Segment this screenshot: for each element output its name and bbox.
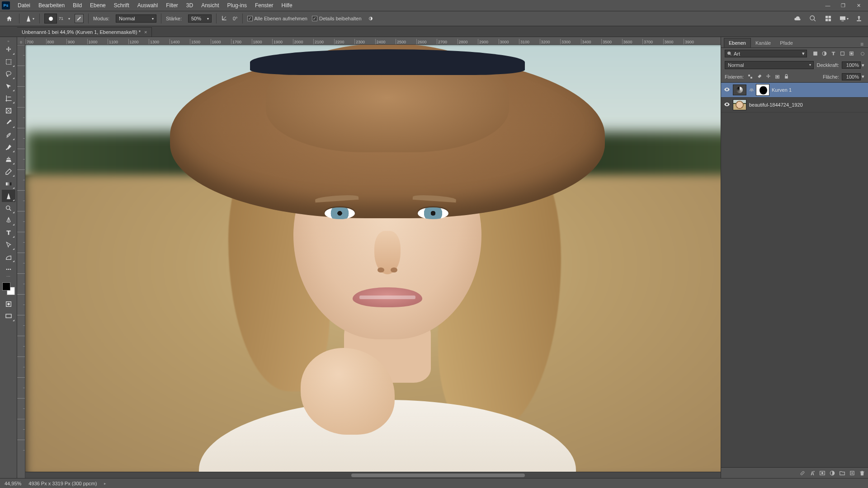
more-tools-icon[interactable] [2, 263, 15, 275]
lock-nested-icon[interactable] [774, 73, 781, 80]
menu-ansicht[interactable]: Ansicht [197, 1, 223, 9]
active-tool-icon[interactable]: ▾ [24, 13, 35, 24]
blend-mode-dropdown[interactable]: Normal▾ [725, 61, 814, 69]
horizontal-ruler[interactable]: 7008009001000110012001300140015001600170… [25, 37, 750, 45]
home-button[interactable] [4, 13, 14, 24]
layer-style-button[interactable] [809, 470, 816, 476]
panel-menu-icon[interactable]: ≡ [859, 41, 865, 47]
filter-smart-icon[interactable] [848, 50, 855, 57]
menu-filter[interactable]: Filter [162, 1, 182, 9]
eraser-tool[interactable] [2, 165, 15, 178]
adjustment-thumbnail[interactable] [733, 84, 746, 95]
filter-toggle-switch[interactable] [861, 52, 864, 56]
menu-3d[interactable]: 3D [182, 1, 197, 9]
eyedropper-tool[interactable] [2, 117, 15, 129]
protect-details-checkbox[interactable]: ✓Details beibehalten [312, 16, 362, 21]
frame-tool[interactable] [2, 104, 15, 117]
menu-fenster[interactable]: Fenster [251, 1, 278, 9]
quickmask-toggle[interactable] [2, 298, 15, 310]
menu-plugins[interactable]: Plug-ins [223, 1, 251, 9]
link-icon[interactable]: 𐄷 [749, 88, 754, 93]
tab-kanaele[interactable]: Kanäle [751, 38, 775, 47]
lasso-tool[interactable] [2, 68, 15, 80]
opacity-input[interactable]: 100%▾ [842, 61, 864, 69]
healing-brush-tool[interactable] [2, 129, 15, 141]
modus-dropdown[interactable]: Normal▾ [116, 14, 156, 23]
adjustment-layer-button[interactable] [829, 470, 835, 476]
sample-all-layers-checkbox[interactable]: ✓Alle Ebenen aufnehmen [247, 16, 307, 21]
pen-tool[interactable] [2, 214, 15, 226]
quick-select-tool[interactable] [2, 80, 15, 92]
lock-all-icon[interactable] [783, 73, 790, 80]
lock-pixels-icon[interactable] [755, 73, 763, 80]
crop-tool[interactable] [2, 92, 15, 104]
angle-value[interactable]: 0° [233, 16, 238, 21]
document-tab[interactable]: Unbenannt-1 bei 44,9% (Kurven 1, Ebenenm… [17, 27, 152, 37]
screen-mode-button[interactable]: ▾ [838, 13, 849, 24]
gradient-tool[interactable] [2, 178, 15, 190]
brush-preset-picker[interactable] [44, 14, 57, 23]
dodge-tool[interactable] [2, 202, 15, 214]
blur-tool[interactable] [2, 190, 15, 202]
new-layer-button[interactable] [849, 470, 855, 476]
document-tab-close-icon[interactable]: × [144, 29, 147, 35]
marquee-tool[interactable] [2, 56, 15, 68]
color-swatch[interactable] [2, 282, 15, 295]
status-info-caret-icon[interactable]: ▸ [104, 481, 106, 486]
share-button[interactable] [854, 13, 864, 24]
status-zoom[interactable]: 44,95% [5, 481, 21, 486]
canvas[interactable] [25, 45, 750, 478]
move-tool[interactable] [2, 43, 15, 56]
shape-tool[interactable] [2, 251, 15, 263]
layer-filter-dropdown[interactable]: Art ▾ [725, 50, 807, 57]
screenmode-toggle[interactable] [2, 310, 15, 322]
type-tool[interactable] [2, 226, 15, 239]
filter-adjust-icon[interactable] [821, 50, 828, 57]
menu-bild[interactable]: Bild [69, 1, 86, 9]
cloud-docs-button[interactable] [792, 13, 803, 24]
horizontal-scrollbar[interactable] [25, 472, 750, 478]
lock-position-icon[interactable] [764, 73, 772, 80]
fill-input[interactable]: 100%▾ [842, 73, 864, 80]
clone-stamp-tool[interactable] [2, 153, 15, 165]
vertical-ruler[interactable] [17, 45, 25, 478]
menu-ebene[interactable]: Ebene [86, 1, 110, 9]
layer-mask-thumbnail[interactable] [756, 84, 769, 95]
window-maximize-button[interactable]: ❐ [835, 1, 851, 10]
layer-group-button[interactable] [839, 470, 845, 476]
staerke-dropdown[interactable]: 50%▾ [188, 14, 212, 23]
menu-auswahl[interactable]: Auswahl [133, 1, 162, 9]
layer-thumbnail[interactable] [733, 99, 746, 110]
foreground-color[interactable] [2, 282, 10, 291]
pressure-opacity-toggle[interactable] [366, 14, 375, 23]
lock-transparent-icon[interactable] [746, 73, 754, 80]
menu-bearbeiten[interactable]: Bearbeiten [34, 1, 69, 9]
menu-hilfe[interactable]: Hilfe [278, 1, 297, 9]
menu-schrift[interactable]: Schrift [110, 1, 133, 9]
layer-mask-button[interactable] [819, 470, 826, 476]
status-doc-info[interactable]: 4936 Px x 3319 Px (300 ppcm) [28, 481, 97, 486]
layer-name[interactable]: Kurven 1 [772, 87, 792, 93]
link-layers-button[interactable] [799, 470, 806, 476]
filter-pixel-icon[interactable] [811, 50, 819, 57]
filter-shape-icon[interactable] [839, 50, 846, 57]
filter-type-icon[interactable] [830, 50, 837, 57]
tab-pfade[interactable]: Pfade [775, 38, 797, 47]
layer-row-image[interactable]: beautiful-1844724_1920 [721, 98, 868, 113]
toolbar-collapse-grip[interactable]: » [0, 39, 17, 43]
window-minimize-button[interactable]: — [820, 1, 835, 10]
visibility-toggle-icon[interactable] [724, 86, 730, 94]
brush-tool[interactable] [2, 141, 15, 153]
visibility-toggle-icon[interactable] [724, 101, 730, 108]
path-select-tool[interactable] [2, 239, 15, 251]
layer-name[interactable]: beautiful-1844724_1920 [749, 102, 803, 108]
layer-row-curves[interactable]: 𐄷 Kurven 1 [721, 83, 868, 98]
delete-layer-button[interactable] [859, 470, 865, 476]
search-button[interactable] [807, 13, 818, 24]
tab-ebenen[interactable]: Ebenen [724, 38, 751, 47]
ruler-origin[interactable]: 0 [17, 37, 25, 45]
arrange-documents-button[interactable] [823, 13, 834, 24]
menu-datei[interactable]: Datei [14, 1, 34, 9]
window-close-button[interactable]: ✕ [851, 1, 866, 10]
tablet-pressure-toggle[interactable] [75, 14, 84, 23]
